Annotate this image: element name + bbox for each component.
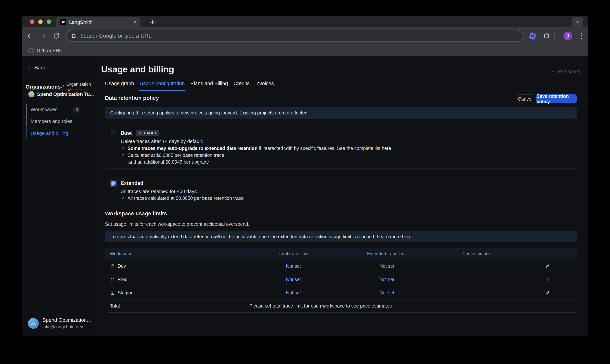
base-bullet-1-bold: Some traces may auto-upgrade to extended…	[127, 146, 258, 151]
tab-credits[interactable]: Credits	[233, 81, 250, 91]
sidebar-item-workspaces[interactable]: Workspaces 3	[26, 104, 88, 115]
link-icon	[61, 84, 65, 89]
main-content: Usage and billing + Workspace Usage grap…	[93, 56, 588, 336]
base-option-title: Base DEFAULT	[121, 130, 159, 136]
workspace-name: Staging	[118, 290, 134, 296]
extended-bullet-1-text: All traces calculated at $0.0050 per bas…	[127, 195, 244, 201]
learn-more-link[interactable]: here	[402, 234, 411, 239]
minimize-window-button[interactable]	[38, 20, 43, 24]
organization-selector[interactable]: S Spend Optimization Tu...	[26, 89, 88, 99]
total-limit-link[interactable]: Not set	[246, 290, 341, 296]
base-radio[interactable]	[111, 130, 116, 135]
tab-invoices[interactable]: Invoices	[255, 81, 274, 91]
total-note: Please set total trace limit for each wo…	[246, 303, 576, 309]
workspaces-count-badge: 3	[73, 106, 80, 113]
forward-button[interactable]	[39, 32, 47, 40]
toolbar-divider	[555, 33, 555, 39]
people-icon	[30, 321, 36, 326]
browser-profile-avatar[interactable]: J	[563, 32, 572, 40]
organizations-heading: Organizations	[26, 84, 61, 90]
limits-banner-text: Features that automatically extend data …	[110, 234, 402, 239]
limits-heading: Workspace usage limits	[105, 210, 167, 217]
user-account[interactable]: Spend Optimization... jake@langchain.dev	[28, 317, 91, 329]
workspace-icon	[110, 277, 115, 282]
retention-info-banner: Configuring this setting applies to new …	[105, 107, 577, 118]
base-bullet-2-line2: and an additional $0.0045 per upgrade	[128, 159, 209, 165]
save-retention-policy-button[interactable]: Save retention policy	[536, 94, 577, 103]
back-label: Back	[35, 65, 46, 71]
sidebar-item-members-and-roles[interactable]: Members and roles	[26, 115, 88, 127]
extended-radio[interactable]	[111, 181, 116, 186]
tab-usage-configuration[interactable]: Usage configuration	[139, 81, 185, 91]
base-bullet-1: ✓ Some traces may auto-upgrade to extend…	[121, 146, 391, 151]
new-tab-button[interactable]: +	[148, 18, 157, 27]
maximize-window-button[interactable]	[47, 20, 51, 24]
extended-limit-link[interactable]: Not set	[341, 290, 433, 296]
plus-icon: +	[552, 69, 555, 74]
extension-burst-icon[interactable]	[529, 32, 537, 40]
tab-close-icon[interactable]: ×	[133, 19, 136, 25]
tab-search-button[interactable]	[572, 17, 583, 27]
workspace-name: Dev	[118, 263, 126, 269]
edit-row-button[interactable]	[519, 264, 576, 269]
google-icon: G	[71, 33, 76, 39]
address-bar-placeholder: Search Google or type a URL	[80, 33, 151, 39]
org-name: Spend Optimization Tu...	[37, 91, 94, 97]
table-row: Dev Not set Not set	[105, 259, 577, 273]
bookmarks-bar: Github PRs	[22, 45, 588, 56]
page-tabs: Usage graph Usage configuration Plans an…	[105, 81, 274, 91]
col-extended-trace-limit: Extended trace limit	[341, 251, 433, 256]
base-retention-option[interactable]: Base DEFAULT Delete traces after 14 days…	[105, 123, 577, 169]
retention-banner-text: Configuring this setting applies to new …	[110, 110, 307, 116]
workspace-limits-table: Workspace Total trace limit Extended tra…	[105, 248, 577, 312]
tab-plans-and-billing[interactable]: Plans and Billing	[190, 81, 228, 91]
back-button[interactable]	[26, 32, 34, 40]
org-avatar: S	[28, 91, 35, 97]
total-label: Total	[105, 303, 246, 309]
langsmith-favicon-icon	[60, 19, 66, 25]
tab-strip: LangSmith × +	[22, 16, 588, 27]
add-workspace-button[interactable]: + Workspace	[551, 67, 581, 76]
add-workspace-label: Workspace	[557, 69, 580, 74]
total-limit-link[interactable]: Not set	[246, 263, 341, 269]
base-bullet-1-rest: if interacted with by specific features.…	[258, 146, 382, 151]
extended-bullet-1: ✓ All traces calculated at $0.0050 per b…	[121, 195, 244, 201]
edit-row-button[interactable]	[519, 277, 576, 282]
sidebar-item-label: Members and roles	[31, 118, 72, 124]
browser-menu-button[interactable]	[577, 32, 586, 40]
limits-description: Set usage limits for each workspace to p…	[105, 221, 249, 227]
bookmark-github-prs[interactable]: Github PRs	[37, 48, 62, 53]
reload-button[interactable]	[52, 32, 60, 40]
cancel-button[interactable]: Cancel	[516, 94, 534, 103]
extended-label: Extended	[121, 181, 144, 186]
base-bullet-2-line1: Calculated at $0.0005 per base retention…	[127, 153, 224, 158]
sidebar-item-usage-and-billing[interactable]: Usage and billing	[26, 127, 88, 139]
extended-limit-link[interactable]: Not set	[341, 277, 433, 282]
chevron-left-icon	[27, 66, 32, 70]
edit-row-button[interactable]	[519, 290, 576, 295]
total-limit-link[interactable]: Not set	[246, 277, 341, 282]
footer-org-name: Spend Optimization...	[42, 317, 91, 323]
sidebar-item-label: Usage and billing	[31, 130, 68, 136]
langsmith-app: Back Organizations Organization ID S Spe…	[22, 56, 588, 336]
workspace-icon	[110, 264, 115, 269]
complete-list-link[interactable]: here	[382, 146, 391, 151]
table-row: Staging Not set Not set	[105, 286, 577, 299]
tab-usage-graph[interactable]: Usage graph	[105, 81, 135, 91]
base-bullet-2: ✓ Calculated at $0.0005 per base retenti…	[121, 153, 224, 158]
browser-window: LangSmith × + G Search Google or type a …	[22, 16, 588, 336]
pencil-icon	[545, 264, 550, 269]
sidebar: Back Organizations Organization ID S Spe…	[22, 56, 93, 336]
extended-limit-link[interactable]: Not set	[341, 263, 433, 269]
browser-toolbar: G Search Google or type a URL J	[22, 27, 588, 45]
extended-retention-option[interactable]: Extended All traces are retained for 400…	[105, 177, 577, 205]
default-badge: DEFAULT	[136, 130, 159, 136]
back-link[interactable]: Back	[27, 65, 46, 71]
close-window-button[interactable]	[30, 20, 34, 24]
workspace-icon	[110, 290, 115, 295]
github-icon	[28, 48, 34, 53]
extensions-puzzle-icon[interactable]	[542, 32, 551, 40]
address-bar[interactable]: G Search Google or type a URL	[66, 30, 523, 42]
browser-tab[interactable]: LangSmith ×	[56, 17, 140, 27]
pencil-icon	[545, 277, 550, 282]
